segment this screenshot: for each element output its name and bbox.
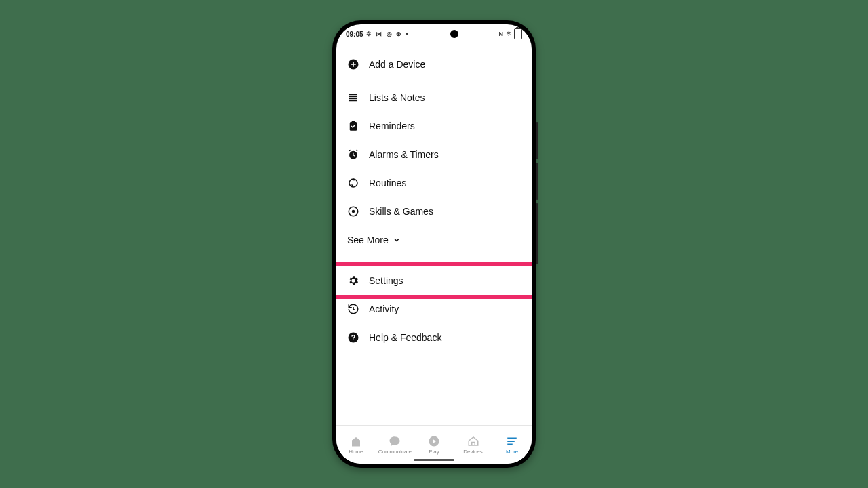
- phone-frame: 09:05 ✲ ⋈ ◎ ⊛ • N Add a Device: [332, 20, 536, 468]
- nav-tab-devices[interactable]: Devices: [454, 426, 493, 464]
- svg-point-4: [349, 179, 357, 187]
- home-icon: [350, 435, 362, 447]
- annotation-highlight: [336, 262, 532, 299]
- history-icon: [347, 303, 359, 315]
- status-network: N: [499, 30, 504, 37]
- menu-item-help-feedback[interactable]: ? Help & Feedback: [336, 323, 532, 352]
- camera-hole: [450, 30, 458, 38]
- menu-item-activity[interactable]: Activity: [336, 295, 532, 323]
- svg-text:?: ?: [351, 333, 355, 342]
- nav-label: Play: [429, 449, 439, 455]
- devices-icon: [467, 435, 479, 447]
- status-icons-right: N: [499, 28, 523, 39]
- menu-item-add-device[interactable]: Add a Device: [336, 43, 532, 83]
- menu-item-label: Skills & Games: [369, 206, 433, 217]
- see-more-label: See More: [347, 235, 389, 245]
- see-more-toggle[interactable]: See More: [336, 226, 532, 254]
- more-menu: Add a Device Lists & Notes Reminders: [336, 43, 532, 426]
- menu-item-routines[interactable]: Routines: [336, 169, 532, 197]
- bottom-nav: Home Communicate Play Devices More: [336, 425, 532, 464]
- plus-circle-icon: [347, 58, 359, 70]
- menu-item-skills-games[interactable]: Skills & Games: [336, 197, 532, 226]
- chat-icon: [389, 435, 401, 447]
- volume-up-button: [536, 122, 538, 159]
- svg-rect-9: [352, 445, 360, 447]
- menu-item-label: Reminders: [369, 121, 415, 131]
- nav-label: More: [506, 449, 518, 455]
- status-time: 09:05: [346, 30, 363, 38]
- menu-item-label: Add a Device: [369, 59, 425, 70]
- routines-icon: [347, 177, 359, 189]
- chevron-down-icon: [393, 236, 401, 244]
- menu-item-label: Lists & Notes: [369, 92, 425, 103]
- nav-label: Communicate: [378, 449, 412, 455]
- wifi-icon: [505, 30, 512, 37]
- menu-item-label: Activity: [369, 304, 399, 314]
- power-button: [536, 203, 538, 264]
- clipboard-check-icon: [347, 120, 359, 132]
- more-icon: [506, 435, 518, 447]
- nav-label: Devices: [463, 449, 482, 455]
- nav-tab-home[interactable]: Home: [336, 426, 376, 464]
- nav-tab-communicate[interactable]: Communicate: [376, 426, 415, 464]
- skills-icon: [347, 205, 359, 218]
- alarm-clock-icon: [347, 148, 359, 161]
- svg-point-6: [352, 210, 355, 214]
- android-nav-handle: [414, 459, 454, 461]
- menu-item-label: Routines: [369, 178, 406, 188]
- menu-item-reminders[interactable]: Reminders: [336, 112, 532, 140]
- menu-item-label: Help & Feedback: [369, 332, 441, 343]
- status-bar: 09:05 ✲ ⋈ ◎ ⊛ • N: [336, 24, 532, 43]
- battery-icon: [514, 28, 522, 39]
- menu-item-alarms-timers[interactable]: Alarms & Timers: [336, 140, 532, 169]
- volume-down-button: [536, 163, 538, 200]
- help-icon: ?: [347, 331, 359, 344]
- menu-item-label: Alarms & Timers: [369, 149, 439, 160]
- menu-item-lists-notes[interactable]: Lists & Notes: [336, 83, 532, 112]
- nav-tab-more[interactable]: More: [492, 426, 532, 464]
- nav-tab-play[interactable]: Play: [414, 426, 454, 464]
- nav-label: Home: [349, 449, 363, 455]
- play-icon: [428, 435, 440, 447]
- status-icons-left: ✲ ⋈ ◎ ⊛ •: [366, 30, 410, 37]
- list-icon: [347, 92, 359, 104]
- svg-rect-2: [352, 121, 355, 123]
- phone-screen: 09:05 ✲ ⋈ ◎ ⊛ • N Add a Device: [336, 24, 532, 464]
